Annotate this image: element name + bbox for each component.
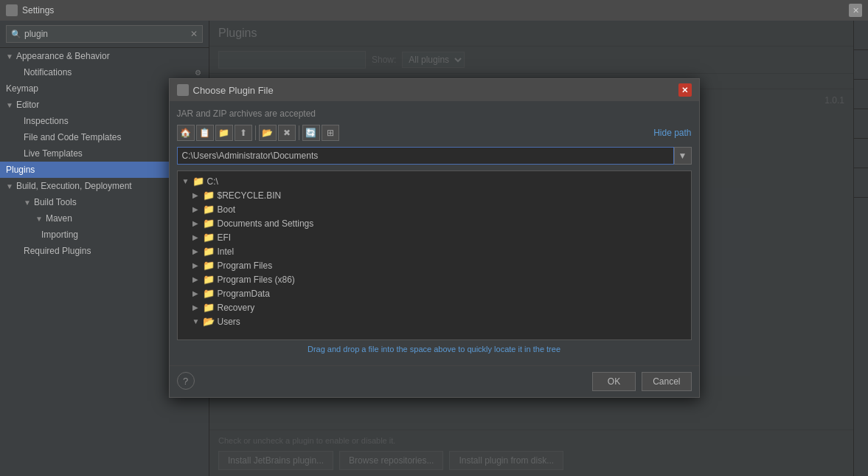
ok-button[interactable]: OK xyxy=(592,372,636,391)
settings-window: Settings ✕ 🔍 ✕ Appearance & Behavior Not… xyxy=(0,0,868,476)
toolbar-icon-4: ⬆ xyxy=(240,128,247,138)
tree-item-label: EFI xyxy=(218,232,232,243)
dialog-close-button[interactable]: ✕ xyxy=(678,83,692,97)
tree-item-recycle[interactable]: ▶ 📁 $RECYCLE.BIN xyxy=(209,188,691,202)
hide-path-link[interactable]: Hide path xyxy=(653,128,691,138)
choose-plugin-dialog: Choose Plugin File ✕ JAR and ZIP archive… xyxy=(209,78,700,398)
cancel-button[interactable]: Cancel xyxy=(642,372,691,391)
tree-item-c-root[interactable]: ▼ 📁 C:\ xyxy=(209,174,691,188)
main-content: Plugins Show: All plugins Enabled Disabl… xyxy=(209,21,853,476)
toolbar-separator-2 xyxy=(299,125,299,140)
toolbar-separator xyxy=(255,125,256,140)
tree-item-label: Boot xyxy=(218,204,236,215)
dialog-close-icon: ✕ xyxy=(681,86,688,95)
dialog-path-bar: ▼ xyxy=(209,147,692,165)
tree-item-documents-settings[interactable]: ▶ 📁 Documents and Settings xyxy=(209,216,691,230)
folder-icon-recycle: 📁 xyxy=(209,190,215,201)
folder-icon-pf: 📁 xyxy=(209,260,215,271)
tree-item-label: Program Files (x86) xyxy=(218,275,295,285)
toolbar-icon-3: 📁 xyxy=(218,128,229,138)
delete-button[interactable]: ✖ xyxy=(278,125,296,141)
tree-item-label: C:\ xyxy=(209,176,218,187)
dialog-hint: JAR and ZIP archives are accepted xyxy=(209,108,692,119)
tree-item-recovery[interactable]: ▶ 📁 Recovery xyxy=(209,300,691,314)
folder-icon-intel: 📁 xyxy=(209,246,215,257)
tree-item-program-files-x86[interactable]: ▶ 📁 Program Files (x86) xyxy=(209,272,691,286)
dialog-backdrop: Choose Plugin File ✕ JAR and ZIP archive… xyxy=(209,21,853,476)
tree-item-intel[interactable]: ▶ 📁 Intel xyxy=(209,244,691,258)
tree-item-label: Intel xyxy=(218,246,235,257)
toolbar-btn-7[interactable]: ⊞ xyxy=(322,125,339,141)
file-tree[interactable]: ▼ 📁 C:\ ▶ 📁 $RECYCLE.BIN ▶ xyxy=(209,170,692,340)
toolbar-btn-3[interactable]: 📁 xyxy=(215,125,233,141)
refresh-button[interactable]: 🔄 xyxy=(302,125,320,141)
expand-icon: ▼ xyxy=(678,151,687,161)
new-folder-button[interactable]: 📂 xyxy=(259,125,277,141)
tree-item-label: Recovery xyxy=(218,303,255,313)
folder-icon-efi: 📁 xyxy=(209,232,215,243)
tree-item-efi[interactable]: ▶ 📁 EFI xyxy=(209,230,691,244)
tree-item-programdata[interactable]: ▶ 📁 ProgramData xyxy=(209,286,691,300)
dialog-path-input[interactable] xyxy=(209,147,674,165)
dialog-toolbar: 🏠 📋 📁 ⬆ xyxy=(209,125,692,141)
folder-icon-users: 📂 xyxy=(209,316,215,327)
tree-item-boot[interactable]: ▶ 📁 Boot xyxy=(209,202,691,216)
path-expand-button[interactable]: ▼ xyxy=(674,147,692,165)
toolbar-btn-2[interactable]: 📋 xyxy=(209,125,214,141)
new-folder-icon: 📂 xyxy=(262,128,273,138)
drag-drop-hint: Drag and drop a file into the space abov… xyxy=(209,340,692,358)
tree-item-label: Documents and Settings xyxy=(218,218,314,229)
folder-icon-docs: 📁 xyxy=(209,218,215,229)
folder-icon-pd: 📁 xyxy=(209,288,215,299)
folder-icon-pfx86: 📁 xyxy=(209,274,215,285)
dialog-title-bar: Choose Plugin File ✕ xyxy=(209,79,699,101)
toolbar-icon-7: ⊞ xyxy=(327,128,334,138)
toolbar-icon-2: 📋 xyxy=(209,128,210,138)
folder-icon-boot: 📁 xyxy=(209,204,215,215)
refresh-icon: 🔄 xyxy=(305,128,316,138)
dialog-title-left: Choose Plugin File xyxy=(209,84,274,96)
tree-item-program-files[interactable]: ▶ 📁 Program Files xyxy=(209,258,691,272)
tree-item-label: Users xyxy=(218,317,240,327)
tree-item-label: Program Files xyxy=(218,261,273,271)
delete-icon: ✖ xyxy=(283,128,291,138)
dialog-body: JAR and ZIP archives are accepted 🏠 📋 📁 xyxy=(209,101,699,365)
tree-item-label: ProgramData xyxy=(218,289,270,299)
toolbar-btn-4[interactable]: ⬆ xyxy=(235,125,252,141)
tree-item-label: $RECYCLE.BIN xyxy=(218,190,282,201)
dialog-footer: OK ? OK Cancel xyxy=(209,365,699,397)
folder-icon-rec: 📁 xyxy=(209,302,215,313)
settings-body: 🔍 ✕ Appearance & Behavior Notifications … xyxy=(0,21,868,476)
dialog-title: Choose Plugin File xyxy=(209,85,274,96)
tree-item-users[interactable]: ▼ 📂 Users xyxy=(209,314,691,328)
